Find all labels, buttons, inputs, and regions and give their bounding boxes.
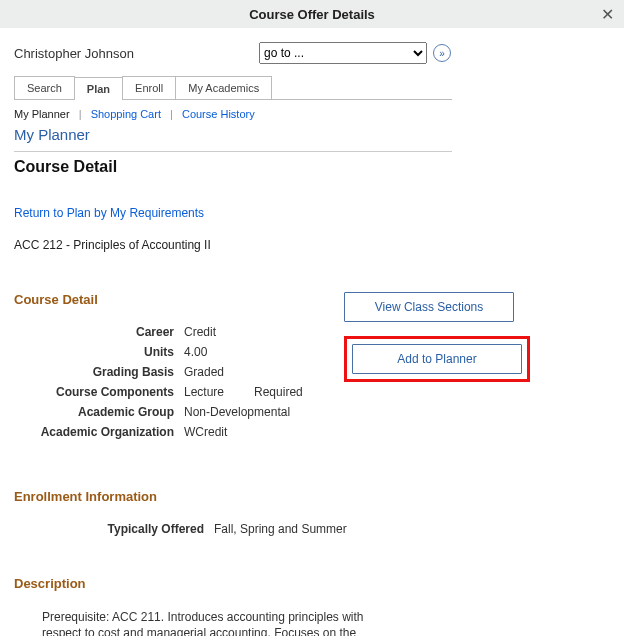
modal-body: Christopher Johnson go to ... » Search P…: [0, 28, 624, 636]
value-academic-group: Non-Developmental: [184, 405, 290, 419]
label-academic-group: Academic Group: [14, 405, 184, 419]
return-link[interactable]: Return to Plan by My Requirements: [14, 206, 204, 220]
subnav-shopping-cart[interactable]: Shopping Cart: [91, 108, 161, 120]
value-units: 4.00: [184, 345, 207, 359]
view-class-sections-button[interactable]: View Class Sections: [344, 292, 514, 322]
planner-heading: My Planner: [14, 126, 594, 143]
section-enrollment-info: Enrollment Information: [14, 489, 594, 504]
course-title-line: ACC 212 - Principles of Accounting II: [14, 238, 594, 252]
tab-search[interactable]: Search: [14, 76, 75, 99]
value-component-required: Required: [254, 385, 303, 399]
section-description: Description: [14, 576, 594, 591]
description-text: Prerequisite: ACC 211. Introduces accoun…: [42, 609, 402, 636]
student-name: Christopher Johnson: [14, 46, 259, 61]
value-component: Lecture: [184, 385, 224, 399]
goto-select[interactable]: go to ...: [259, 42, 427, 64]
label-career: Career: [14, 325, 184, 339]
label-academic-org: Academic Organization: [14, 425, 184, 439]
sub-nav: My Planner | Shopping Cart | Course Hist…: [14, 108, 594, 120]
add-to-planner-button[interactable]: Add to Planner: [352, 344, 522, 374]
close-icon[interactable]: ✕: [601, 5, 614, 24]
modal-titlebar: Course Offer Details ✕: [0, 0, 624, 28]
go-button[interactable]: »: [433, 44, 451, 62]
tab-enroll[interactable]: Enroll: [122, 76, 176, 99]
subnav-my-planner[interactable]: My Planner: [14, 108, 70, 120]
label-typically-offered: Typically Offered: [14, 522, 214, 536]
double-chevron-icon: »: [439, 48, 445, 59]
main-tabs: Search Plan Enroll My Academics: [14, 76, 452, 100]
section-course-detail: Course Detail: [14, 292, 344, 307]
tab-my-academics[interactable]: My Academics: [175, 76, 272, 99]
divider: [14, 151, 452, 152]
page-title: Course Detail: [14, 158, 594, 176]
value-career: Credit: [184, 325, 216, 339]
subnav-course-history[interactable]: Course History: [182, 108, 255, 120]
value-typically-offered: Fall, Spring and Summer: [214, 522, 347, 536]
value-academic-org: WCredit: [184, 425, 227, 439]
label-units: Units: [14, 345, 184, 359]
tab-plan[interactable]: Plan: [74, 77, 123, 100]
highlight-box: Add to Planner: [344, 336, 530, 382]
value-grading: Graded: [184, 365, 224, 379]
modal-title: Course Offer Details: [249, 7, 375, 22]
label-grading: Grading Basis: [14, 365, 184, 379]
label-components: Course Components: [14, 385, 184, 399]
